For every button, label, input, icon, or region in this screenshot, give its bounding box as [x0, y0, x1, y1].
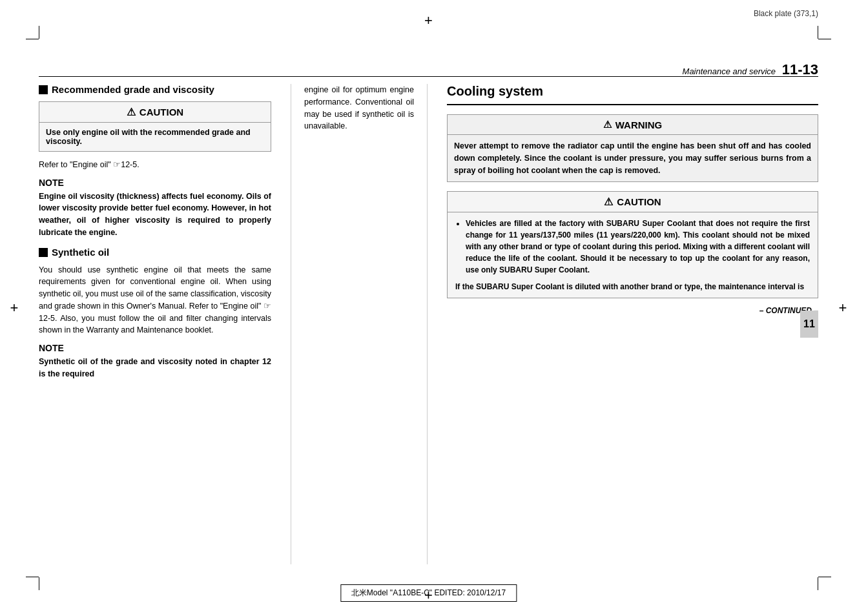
- note-heading-1: NOTE: [39, 178, 271, 188]
- chapter-tab: 11: [800, 311, 818, 338]
- warning-triangle-icon-1: ⚠: [127, 106, 136, 118]
- cooling-heading-text: Cooling system: [447, 84, 543, 98]
- warning-box: ⚠ WARNING Never attempt to remove the ra…: [447, 114, 818, 182]
- crosshair-left: [6, 300, 22, 316]
- ref-text-1: Refer to "Engine oil" ☞12-5.: [39, 159, 271, 171]
- section-label: Maintenance and service: [683, 67, 776, 76]
- crop-mark-bl-h: [26, 577, 39, 577]
- continued-text: – CONTINUED –: [447, 306, 818, 315]
- section-heading-grade: Recommended grade and viscosity: [39, 84, 271, 95]
- middle-column: engine oil for optimum engine performanc…: [298, 84, 420, 564]
- crop-mark-tr-h: [818, 39, 831, 39]
- left-column: Recommended grade and viscosity ⚠ CAUTIO…: [39, 84, 284, 564]
- page-container: Black plate (373,1) Maintenance and serv…: [0, 0, 857, 616]
- caution-label-2: CAUTION: [617, 196, 661, 207]
- warning-triangle-icon-2: ⚠: [603, 119, 612, 130]
- caution-body-text-1: Use only engine oil with the recommended…: [46, 128, 251, 146]
- synthetic-body-text: You should use synthetic engine oil that…: [39, 265, 271, 335]
- crosshair-top: [421, 13, 437, 28]
- warning-body-text: Never attempt to remove the radiator cap…: [454, 141, 811, 175]
- caution-para: If the SUBARU Super Coolant is diluted w…: [455, 281, 810, 293]
- content-area: Recommended grade and viscosity ⚠ CAUTIO…: [39, 84, 818, 564]
- section2-title: Synthetic oil: [52, 247, 109, 258]
- crop-mark-bl-v: [39, 577, 39, 590]
- note-body-1: Engine oil viscosity (thickness) affects…: [39, 190, 271, 239]
- note-body-2: Synthetic oil of the grade and viscosity…: [39, 356, 271, 380]
- crop-mark-br-v: [818, 577, 818, 590]
- note-heading-2: NOTE: [39, 343, 271, 353]
- caution-bullet-body: Vehicles are filled at the factory with …: [448, 212, 818, 298]
- section1-title: Recommended grade and viscosity: [52, 84, 214, 95]
- middle-body-text: engine oil for optimum engine performanc…: [304, 85, 414, 130]
- note-body-text-2: Synthetic oil of the grade and viscosity…: [39, 357, 271, 378]
- synthetic-body: You should use synthetic engine oil that…: [39, 264, 271, 337]
- warning-triangle-icon-3: ⚠: [604, 196, 613, 208]
- square-icon-synthetic: [39, 248, 48, 257]
- footer-box: 北米Model "A110BE-C" EDITED: 2010/12/17: [340, 584, 517, 602]
- caution-bullet-list: Vehicles are filled at the factory with …: [455, 218, 810, 276]
- caution-body-1: Use only engine oil with the recommended…: [39, 123, 271, 151]
- warning-header: ⚠ WARNING: [448, 115, 818, 135]
- crop-mark-tl-h: [26, 39, 39, 39]
- crop-mark-br-h: [818, 577, 831, 577]
- caution-header-1: ⚠ CAUTION: [39, 102, 271, 123]
- right-column: Cooling system ⚠ WARNING Never attempt t…: [434, 84, 818, 564]
- caution-box-1: ⚠ CAUTION Use only engine oil with the r…: [39, 101, 271, 152]
- crosshair-right: [835, 300, 851, 316]
- middle-body: engine oil for optimum engine performanc…: [304, 84, 414, 132]
- warning-label: WARNING: [615, 119, 663, 130]
- crop-mark-tl-v: [39, 26, 39, 39]
- chapter-number: 11: [803, 318, 815, 329]
- caution-box-2: ⚠ CAUTION Vehicles are filled at the fac…: [447, 191, 818, 298]
- cooling-rule: [447, 104, 818, 105]
- col-divider-left: [291, 84, 291, 564]
- ref-text-content: Refer to "Engine oil" ☞12-5.: [39, 160, 139, 169]
- caution-para-text: If the SUBARU Super Coolant is diluted w…: [455, 282, 804, 291]
- plate-info: Black plate (373,1): [754, 9, 818, 18]
- page-number: 11-13: [782, 61, 818, 77]
- col-divider-right: [427, 84, 428, 564]
- crop-mark-tr-v: [818, 26, 818, 39]
- cooling-heading: Cooling system: [447, 84, 818, 99]
- square-icon-grade: [39, 85, 48, 94]
- page-header: Maintenance and service 11-13: [683, 61, 818, 78]
- caution-bullet-1-text: Vehicles are filled at the factory with …: [466, 219, 810, 274]
- note-label-1: NOTE: [39, 178, 64, 188]
- note-label-2: NOTE: [39, 343, 64, 353]
- caution-label-1: CAUTION: [139, 107, 183, 118]
- caution-bullet-1: Vehicles are filled at the factory with …: [466, 218, 810, 276]
- section-heading-synthetic: Synthetic oil: [39, 247, 271, 258]
- footer-text: 北米Model "A110BE-C" EDITED: 2010/12/17: [351, 588, 506, 597]
- caution-header-2: ⚠ CAUTION: [448, 192, 818, 212]
- note-body-text-1: Engine oil viscosity (thickness) affects…: [39, 192, 271, 237]
- warning-body: Never attempt to remove the radiator cap…: [448, 135, 818, 181]
- plate-info-text: Black plate (373,1): [754, 9, 818, 18]
